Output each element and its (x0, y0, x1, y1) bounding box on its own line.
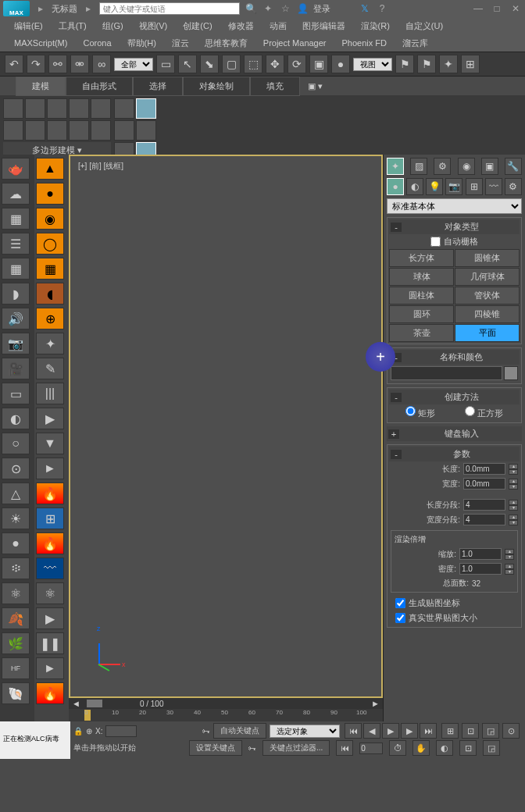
tri-icon[interactable]: ▶ (36, 607, 64, 629)
unlink-button[interactable]: ⚮ (70, 55, 89, 73)
menu-swk[interactable]: 思维客教育 (197, 35, 255, 52)
hierarchy-tab-icon[interactable]: ⚙ (434, 158, 451, 175)
lock-icon[interactable]: 🔒 (73, 727, 83, 735)
water-icon[interactable]: ⊞ (36, 508, 64, 529)
space-icon[interactable]: 〰 (485, 178, 502, 195)
rb-border[interactable] (47, 98, 67, 119)
hatch-icon[interactable]: ▦ (36, 258, 64, 280)
lights-icon[interactable]: 💡 (426, 178, 443, 195)
play3-icon[interactable]: ► (36, 657, 64, 679)
window-button[interactable]: ⬚ (244, 55, 262, 73)
menu-custom[interactable]: 自定义(U) (398, 18, 451, 34)
utility-tab-icon[interactable]: 🔧 (505, 158, 522, 175)
snap-button[interactable]: ⊞ (461, 55, 480, 73)
shapes-icon[interactable]: ◐ (406, 178, 423, 195)
menu-tools[interactable]: 工具(T) (51, 18, 95, 34)
tube-button[interactable]: 管状体 (455, 287, 520, 304)
menu-liuyun[interactable]: 溜云库 (395, 35, 436, 52)
hf-icon[interactable]: HF (2, 657, 30, 679)
keyboard-header[interactable]: 键盘输入 (402, 428, 520, 440)
geosphere-button[interactable]: 几何球体 (455, 268, 520, 286)
nav7-button[interactable]: ⊡ (459, 740, 477, 756)
search-input[interactable] (99, 2, 240, 15)
scale-button[interactable]: ▣ (309, 55, 328, 73)
tab-objpaint[interactable]: 对象绘制 (183, 77, 250, 96)
rb-d[interactable] (69, 120, 89, 141)
login-text[interactable]: 登录 (313, 3, 330, 15)
primitive-select[interactable]: 标准基本体 (387, 198, 522, 214)
helpers-icon[interactable]: ⊞ (466, 178, 483, 195)
rb-f[interactable] (114, 98, 134, 119)
menu-help[interactable]: 帮助(H) (120, 35, 164, 52)
menu-vray[interactable]: 渲云 (164, 35, 197, 52)
wave-icon[interactable]: 〰 (36, 557, 64, 579)
square-radio[interactable] (465, 406, 475, 416)
minimize-icon[interactable]: — (472, 2, 484, 15)
width-input[interactable] (463, 478, 505, 490)
color-swatch[interactable] (504, 366, 518, 380)
rb-a[interactable] (3, 120, 23, 141)
user-icon[interactable]: 👤 (296, 2, 309, 15)
bars-icon[interactable]: ||| (36, 383, 64, 404)
cursor-button[interactable]: ↖ (178, 55, 197, 73)
move-button[interactable]: ✥ (266, 55, 284, 73)
tab-select[interactable]: 选择 (133, 77, 183, 96)
torus-button[interactable]: 圆环 (389, 305, 454, 323)
scale-input[interactable] (459, 548, 502, 560)
fire1-icon[interactable]: 🔥 (36, 483, 64, 504)
viewport[interactable]: [+] [前] [线框] z x (69, 155, 383, 698)
leaf-icon[interactable]: 🍂 (2, 607, 30, 629)
dropdown-icon[interactable]: ▸ (34, 2, 47, 15)
menu-render[interactable]: 渲染(R) (353, 18, 398, 34)
play-button[interactable]: ▶ (382, 723, 399, 739)
next-frame-button[interactable]: ▶ (401, 723, 418, 739)
bind-button[interactable]: ∞ (92, 55, 111, 73)
rb-b[interactable] (25, 120, 45, 141)
teapot-button[interactable]: 茶壶 (389, 324, 454, 342)
cone2-icon[interactable]: △ (2, 483, 30, 504)
maximize-icon[interactable]: □ (491, 2, 503, 15)
name-input[interactable] (391, 366, 502, 380)
length-input[interactable] (463, 463, 505, 475)
circ-icon[interactable]: ○ (2, 433, 30, 454)
geometry-icon[interactable]: ● (387, 178, 404, 195)
rb-g[interactable] (136, 98, 156, 119)
redo-button[interactable]: ↷ (27, 55, 45, 73)
menu-create[interactable]: 创建(C) (175, 18, 220, 34)
mat-icon[interactable]: ▦ (2, 208, 30, 230)
axis-button[interactable]: ✦ (439, 55, 458, 73)
rect-icon[interactable]: ▭ (2, 383, 30, 404)
cylinder-button[interactable]: 圆柱体 (389, 287, 454, 304)
box-button[interactable]: 长方体 (389, 249, 454, 267)
globe-icon[interactable]: ⊕ (36, 308, 64, 329)
dots2-icon[interactable]: ⚛ (36, 582, 64, 604)
play-icon[interactable]: ▶ (36, 408, 64, 429)
grass-icon[interactable]: 🌿 (2, 632, 30, 654)
density-input[interactable] (459, 563, 502, 575)
person-icon[interactable]: ☆ (279, 2, 291, 15)
nav5-button[interactable]: ✋ (412, 740, 430, 756)
menu-proj[interactable]: Project Manager (255, 36, 334, 50)
menu-anim[interactable]: 动画 (262, 18, 295, 34)
teapot-icon[interactable]: 🫖 (2, 158, 30, 180)
cursor2-button[interactable]: ⬊ (200, 55, 219, 73)
realworld-check[interactable] (395, 613, 405, 623)
select-button[interactable]: ▭ (156, 55, 175, 73)
h-scrollbar[interactable]: ◄ 0 / 100 ► (69, 698, 383, 709)
menu-corona[interactable]: Corona (75, 36, 119, 50)
menu-view[interactable]: 视图(V) (131, 18, 176, 34)
tab-freeform[interactable]: 自由形式 (66, 77, 133, 96)
nav8-button[interactable]: ◲ (483, 740, 500, 756)
crescent-icon[interactable]: ◖ (36, 283, 64, 304)
autokey-button[interactable]: 自动关键点 (213, 723, 266, 739)
sun-icon[interactable]: ☀ (2, 508, 30, 529)
rb-i[interactable] (136, 120, 156, 141)
genmap-check[interactable] (395, 598, 405, 608)
motion-tab-icon[interactable]: ◉ (458, 158, 475, 175)
star-icon[interactable]: ✦ (262, 2, 274, 15)
kf-prev-button[interactable]: ⏮ (336, 740, 353, 756)
sphere-button[interactable]: 球体 (389, 268, 454, 286)
rb-poly[interactable] (69, 98, 89, 119)
time-config-button[interactable]: ⏱ (389, 740, 406, 756)
rb-vertex[interactable] (3, 98, 23, 119)
